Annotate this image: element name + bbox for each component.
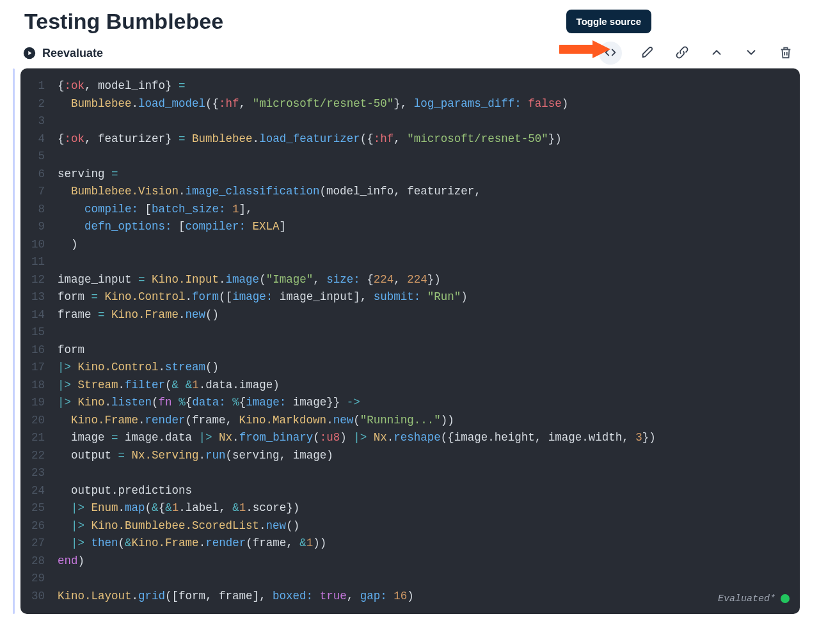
link-icon (675, 45, 689, 61)
code-content: output = Nx.Serving.run(serving, image) (58, 447, 788, 465)
code-content: |> Enum.map(&{&1.label, &1.score}) (58, 499, 788, 517)
page-title: Testing Bumblebee (24, 9, 800, 34)
code-content: {:ok, featurizer} = Bumblebee.load_featu… (58, 130, 788, 148)
line-number: 17 (24, 359, 58, 377)
code-line: 24 output.predictions (24, 482, 788, 500)
evaluation-status-label: Evaluated* (718, 590, 775, 608)
code-line: 27 |> then(&Kino.Frame.render(frame, &1)… (24, 535, 788, 553)
line-number: 11 (24, 253, 58, 271)
line-number: 1 (24, 77, 58, 95)
status-dot-icon (781, 594, 790, 603)
line-number: 26 (24, 517, 58, 535)
code-line: 9 defn_options: [compiler: EXLA] (24, 218, 788, 236)
line-number: 4 (24, 130, 58, 148)
move-down-button[interactable] (742, 44, 760, 62)
code-content (58, 253, 788, 271)
line-number: 25 (24, 499, 58, 517)
code-content (58, 464, 788, 482)
line-number: 21 (24, 429, 58, 447)
chevron-down-icon (744, 45, 758, 61)
code-content: Kino.Layout.grid([form, frame], boxed: t… (58, 588, 788, 606)
move-up-button[interactable] (708, 44, 726, 62)
code-line: 25 |> Enum.map(&{&1.label, &1.score}) (24, 499, 788, 517)
cell-toolbar: Reevaluate Toggle source (23, 42, 800, 65)
code-line: 6serving = (24, 166, 788, 184)
line-number: 3 (24, 113, 58, 130)
line-number: 24 (24, 482, 58, 500)
delete-button[interactable] (777, 44, 795, 62)
code-content: |> Kino.Control.stream() (58, 359, 788, 377)
reevaluate-label: Reevaluate (42, 47, 103, 60)
line-number: 20 (24, 412, 58, 430)
code-content: form (58, 342, 788, 359)
code-line: 4{:ok, featurizer} = Bumblebee.load_feat… (24, 130, 788, 148)
code-line: 7 Bumblebee.Vision.image_classification(… (24, 183, 788, 201)
code-content: compile: [batch_size: 1], (58, 201, 788, 219)
line-number: 13 (24, 288, 58, 306)
code-content: form = Kino.Control.form([image: image_i… (58, 288, 788, 306)
code-content: |> Kino.Bumblebee.ScoredList.new() (58, 517, 788, 535)
code-line: 1{:ok, model_info} = (24, 77, 788, 95)
code-line: 20 Kino.Frame.render(frame, Kino.Markdow… (24, 412, 788, 430)
code-line: 19|> Kino.listen(fn %{data: %{image: ima… (24, 394, 788, 412)
code-line: 15 (24, 324, 788, 342)
code-cell-wrap: 1{:ok, model_info} =2 Bumblebee.load_mod… (20, 68, 800, 614)
pencil-icon (640, 45, 655, 61)
line-number: 30 (24, 588, 58, 606)
code-content: image = image.data |> Nx.from_binary(:u8… (58, 429, 788, 447)
code-line: 10 ) (24, 236, 788, 254)
code-line: 23 (24, 464, 788, 482)
code-content: image_input = Kino.Input.image("Image", … (58, 271, 788, 289)
code-line: 17|> Kino.Control.stream() (24, 359, 788, 377)
code-content: output.predictions (58, 482, 788, 500)
line-number: 23 (24, 464, 58, 482)
code-line: 26 |> Kino.Bumblebee.ScoredList.new() (24, 517, 788, 535)
line-number: 14 (24, 306, 58, 324)
toggle-source-button[interactable] (599, 42, 622, 65)
code-line: 22 output = Nx.Serving.run(serving, imag… (24, 447, 788, 465)
line-number: 28 (24, 553, 58, 570)
trash-icon (779, 45, 793, 61)
reevaluate-button[interactable]: Reevaluate (23, 47, 103, 60)
code-content (58, 113, 788, 130)
edit-button[interactable] (639, 44, 656, 62)
code-line: 21 image = image.data |> Nx.from_binary(… (24, 429, 788, 447)
code-content: |> Stream.filter(& &1.data.image) (58, 377, 788, 395)
link-button[interactable] (673, 44, 691, 62)
code-cell[interactable]: 1{:ok, model_info} =2 Bumblebee.load_mod… (20, 68, 800, 614)
code-content (58, 148, 788, 166)
line-number: 19 (24, 394, 58, 412)
code-content: defn_options: [compiler: EXLA] (58, 218, 788, 236)
line-number: 12 (24, 271, 58, 289)
line-number: 10 (24, 236, 58, 254)
code-line: 5 (24, 148, 788, 166)
code-line: 30Kino.Layout.grid([form, frame], boxed:… (24, 588, 788, 606)
line-number: 22 (24, 447, 58, 465)
code-line: 18|> Stream.filter(& &1.data.image) (24, 377, 788, 395)
line-number: 8 (24, 201, 58, 219)
line-number: 15 (24, 324, 58, 342)
code-line: 2 Bumblebee.load_model({:hf, "microsoft/… (24, 95, 788, 113)
line-number: 27 (24, 535, 58, 553)
chevron-up-icon (710, 45, 724, 61)
code-line: 16form (24, 342, 788, 359)
code-content: |> then(&Kino.Frame.render(frame, &1)) (58, 535, 788, 553)
code-line: 3 (24, 113, 788, 130)
code-content: Bumblebee.Vision.image_classification(mo… (58, 183, 788, 201)
code-line: 13form = Kino.Control.form([image: image… (24, 288, 788, 306)
cell-actions: Toggle source (599, 42, 800, 65)
code-line: 14frame = Kino.Frame.new() (24, 306, 788, 324)
code-content (58, 324, 788, 342)
line-number: 16 (24, 342, 58, 359)
code-line: 12image_input = Kino.Input.image("Image"… (24, 271, 788, 289)
code-content: end) (58, 553, 788, 570)
code-content: {:ok, model_info} = (58, 77, 788, 95)
line-number: 29 (24, 570, 58, 588)
code-line: 29 (24, 570, 788, 588)
code-icon (603, 45, 617, 61)
line-number: 18 (24, 377, 58, 395)
toggle-source-tooltip: Toggle source (566, 10, 651, 33)
line-number: 2 (24, 95, 58, 113)
code-content: ) (58, 236, 788, 254)
code-content: Bumblebee.load_model({:hf, "microsoft/re… (58, 95, 788, 113)
